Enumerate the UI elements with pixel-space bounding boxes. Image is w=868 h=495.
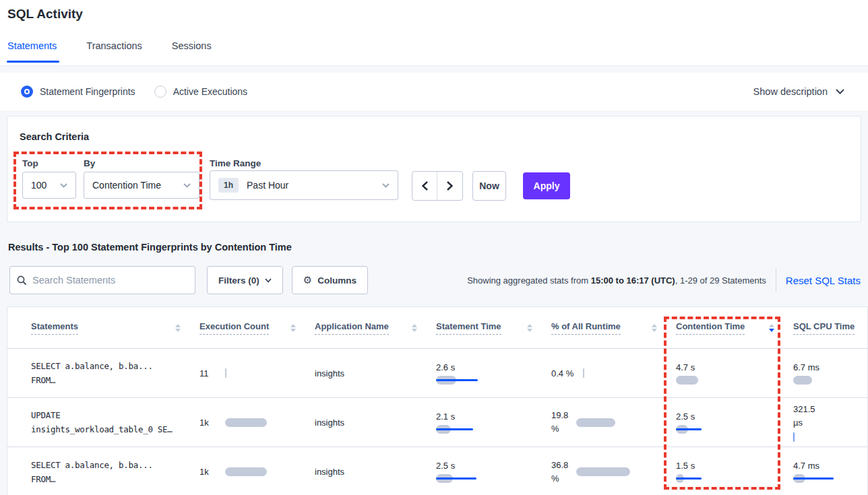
bar-chart: [793, 474, 840, 483]
sort-icon: [175, 324, 181, 332]
bar-chart: [676, 474, 723, 483]
application-name-cell: insights: [315, 467, 436, 477]
by-label: By: [84, 158, 95, 168]
sort-icon: [412, 324, 417, 332]
bar-chart: [793, 376, 840, 385]
radio-active-executions[interactable]: Active Executions: [154, 86, 248, 98]
contention-time-cell: 4.7 s: [676, 362, 793, 385]
chevron-down-icon: [265, 278, 272, 283]
column-header-statements[interactable]: Statements: [31, 321, 199, 335]
show-description-toggle[interactable]: Show description: [753, 86, 844, 97]
page-header: SQL Activity Statements Transactions Ses…: [0, 0, 868, 66]
stats-prefix: Showing aggregated stats from: [467, 275, 591, 286]
time-range-badge: 1h: [218, 178, 239, 193]
time-range-value: Past Hour: [247, 180, 288, 191]
column-header-runtime-pct[interactable]: % of All Runtime: [551, 321, 676, 335]
table-body: SELECT a.balance, b.ba... FROM… 11 insig…: [7, 349, 867, 495]
column-header-execution-count[interactable]: Execution Count: [199, 321, 315, 335]
application-name-cell: insights: [315, 418, 436, 428]
search-criteria-heading: Search Criteria: [20, 131, 89, 142]
tab-statements[interactable]: Statements: [7, 40, 57, 63]
statement-time-cell: 2.1 s: [436, 411, 551, 434]
reset-sql-stats-link[interactable]: Reset SQL Stats: [786, 275, 861, 286]
sql-activity-page: SQL Activity Statements Transactions Ses…: [0, 0, 868, 495]
statement-time-cell: 2.6 s: [436, 362, 551, 385]
radio-label: Statement Fingerprints: [40, 86, 135, 97]
radio-statement-fingerprints[interactable]: Statement Fingerprints: [21, 86, 135, 98]
chevron-down-icon: [183, 183, 191, 188]
bar-chart: [583, 369, 630, 378]
statement-time-cell: 2.5 s: [436, 461, 551, 483]
bar-chart: [436, 425, 483, 434]
time-range-step-group: [412, 171, 463, 201]
sort-icon-active-desc: [769, 324, 774, 332]
statement-fingerprint-link[interactable]: SELECT a.balance, b.ba... FROM…: [31, 359, 199, 387]
search-criteria-panel: Search Criteria Top 100 By Contention Ti…: [7, 116, 861, 222]
application-name-cell: insights: [315, 368, 436, 378]
table-header-row: Statements Execution Count Application N…: [7, 307, 867, 349]
aggregated-stats-text: Showing aggregated stats from 15:00 to 1…: [467, 275, 766, 286]
bar-chart: [436, 376, 483, 385]
statements-table: Statements Execution Count Application N…: [7, 306, 868, 495]
statement-search-box: [9, 266, 195, 294]
bar-chart: [436, 474, 483, 483]
results-heading: Results - Top 100 Statement Fingerprints…: [8, 242, 292, 253]
table-row: SELECT a.balance, b.ba... FROM… 11 insig…: [7, 349, 867, 398]
results-toolbar: Filters (0) ⚙ Columns Showing aggregated…: [9, 266, 861, 294]
previous-time-button[interactable]: [412, 172, 437, 200]
stats-time-range: 15:00 to 16:17 (UTC): [591, 275, 675, 286]
column-header-application-name[interactable]: Application Name: [315, 321, 436, 335]
tab-transactions[interactable]: Transactions: [86, 40, 142, 63]
bar-chart: [676, 425, 723, 434]
chevron-down-icon: [382, 183, 390, 188]
view-mode-radio-group: Statement Fingerprints Active Executions: [21, 86, 247, 98]
by-select[interactable]: Contention Time: [84, 172, 199, 199]
show-description-label: Show description: [753, 86, 828, 97]
sort-icon: [527, 324, 532, 332]
columns-button-label: Columns: [317, 275, 356, 286]
statement-fingerprint-link[interactable]: UPDATE insights_workload_table_0 SE…: [31, 408, 199, 436]
bar-chart: [225, 369, 272, 378]
execution-count-cell: 1k: [199, 467, 315, 477]
filters-button-label: Filters (0): [218, 275, 259, 286]
bar-chart: [793, 433, 840, 442]
column-header-sql-cpu-time[interactable]: SQL CPU Time: [793, 321, 868, 335]
tab-sessions[interactable]: Sessions: [172, 40, 212, 63]
column-header-statement-time[interactable]: Statement Time: [436, 321, 551, 335]
chevron-right-icon: [447, 181, 453, 191]
by-select-value: Contention Time: [92, 180, 161, 191]
sort-icon: [290, 324, 296, 332]
table-row: UPDATE insights_workload_table_0 SE… 1k …: [7, 398, 867, 447]
top-select[interactable]: 100: [22, 172, 76, 199]
now-button[interactable]: Now: [472, 171, 506, 201]
chevron-down-icon: [836, 89, 844, 94]
filters-button[interactable]: Filters (0): [207, 266, 283, 294]
runtime-pct-cell: 36.8%: [551, 459, 676, 486]
bar-chart: [676, 376, 723, 385]
execution-count-cell: 11: [199, 368, 315, 378]
columns-button[interactable]: ⚙ Columns: [292, 266, 368, 294]
sql-cpu-time-cell: 4.7 ms: [793, 461, 867, 483]
column-header-contention-time[interactable]: Contention Time: [676, 321, 793, 335]
contention-time-cell: 1.5 s: [676, 461, 793, 483]
next-time-button[interactable]: [437, 172, 462, 200]
execution-count-cell: 1k: [199, 418, 315, 428]
chevron-down-icon: [60, 183, 67, 188]
runtime-pct-cell: 19.8%: [551, 409, 676, 436]
view-mode-bar: Statement Fingerprints Active Executions…: [0, 73, 868, 110]
runtime-pct-cell: 0.4 %: [551, 368, 676, 378]
time-range-select[interactable]: 1h Past Hour: [210, 170, 398, 200]
radio-selected-icon: [21, 86, 33, 98]
statement-fingerprint-link[interactable]: SELECT a.balance, b.ba... FROM…: [31, 458, 199, 486]
radio-unselected-icon: [154, 86, 166, 98]
table-row: SELECT a.balance, b.ba... FROM… 1k insig…: [7, 447, 867, 495]
chevron-left-icon: [422, 181, 428, 191]
apply-button[interactable]: Apply: [523, 172, 570, 199]
toolbar-divider: [776, 268, 776, 292]
bar-chart: [225, 467, 272, 476]
top-select-value: 100: [31, 180, 46, 191]
bar-chart: [225, 418, 272, 427]
page-title: SQL Activity: [7, 7, 83, 22]
search-icon: [17, 275, 27, 286]
search-input[interactable]: [32, 275, 188, 286]
